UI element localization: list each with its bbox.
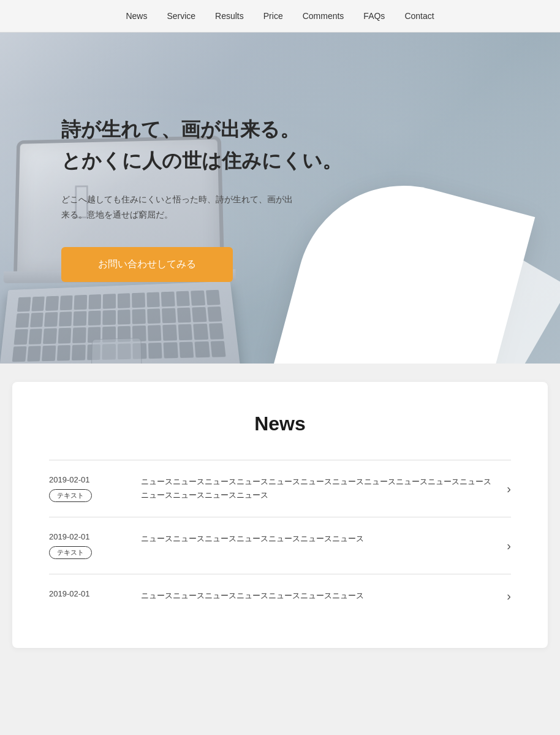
news-item[interactable]: 2019-02-01 テキスト ニュースニュースニュースニュースニュースニュース… — [49, 517, 511, 574]
news-arrow-1: › — [507, 482, 511, 496]
hero-title: 詩が生れて、画が出来る。 とかくに人の世は住みにくい。 — [61, 114, 342, 177]
nav-price[interactable]: Price — [263, 11, 283, 21]
news-text-2: ニュースニュースニュースニュースニュースニュースニュース — [141, 532, 511, 546]
trackpad — [91, 338, 142, 364]
main-nav: News Service Results Price Comments FAQs… — [0, 0, 560, 32]
news-arrow-3: › — [507, 589, 511, 603]
nav-faqs[interactable]: FAQs — [363, 11, 385, 21]
news-text-3: ニュースニュースニュースニュースニュースニュースニュース — [141, 589, 511, 603]
hero-content: 詩が生れて、画が出来る。 とかくに人の世は住みにくい。 どこへ越しても住みにくい… — [61, 114, 342, 282]
news-meta-2: 2019-02-01 テキスト — [49, 532, 129, 559]
news-tag-1: テキスト — [49, 489, 92, 502]
nav-contact[interactable]: Contact — [404, 11, 434, 21]
news-arrow-2: › — [507, 539, 511, 553]
news-section-wrapper: News 2019-02-01 テキスト ニュースニュースニュースニュースニュー… — [0, 364, 560, 685]
news-card: News 2019-02-01 テキスト ニュースニュースニュースニュースニュー… — [12, 382, 548, 648]
news-date-1: 2019-02-01 — [49, 475, 90, 484]
news-section-title: News — [49, 413, 511, 435]
laptop-keyboard — [0, 281, 241, 364]
news-meta-1: 2019-02-01 テキスト — [49, 475, 129, 502]
news-item[interactable]: 2019-02-01 テキスト ニュースニュースニュースニュースニュースニュース… — [49, 460, 511, 517]
news-meta-3: 2019-02-01 — [49, 589, 129, 598]
nav-service[interactable]: Service — [167, 11, 195, 21]
nav-comments[interactable]: Comments — [303, 11, 344, 21]
hero-subtitle: どこへ越しても住みにくいと悟った時、詩が生れて、画が出来る。意地を通せば窮屈だ。 — [61, 192, 294, 223]
news-date-3: 2019-02-01 — [49, 589, 90, 598]
news-item[interactable]: 2019-02-01 ニュースニュースニュースニュースニュースニュースニュース … — [49, 574, 511, 617]
hero-section:  — [0, 32, 560, 364]
cta-button[interactable]: お問い合わせしてみる — [61, 247, 233, 282]
news-date-2: 2019-02-01 — [49, 532, 90, 541]
nav-news[interactable]: News — [126, 11, 147, 21]
news-text-1: ニュースニュースニュースニュースニュースニュースニュースニュースニュースニュース… — [141, 475, 511, 502]
nav-results[interactable]: Results — [215, 11, 244, 21]
news-tag-2: テキスト — [49, 546, 92, 559]
